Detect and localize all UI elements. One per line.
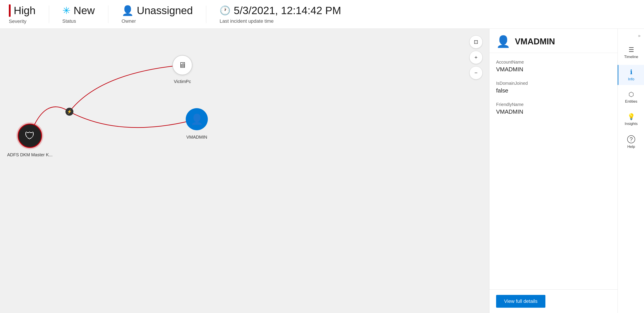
owner-sub: Owner (122, 18, 193, 24)
sidenav-timeline[interactable]: ☰ Timeline (618, 43, 644, 63)
owner-icon: 👤 (122, 5, 134, 16)
graph-area[interactable]: 🛡 ADFS DKM Master K... ⚡ 🖥 VictimPc 👤 VM… (0, 29, 489, 313)
collapse-button[interactable]: » (618, 33, 644, 38)
clock-icon: 🕐 (220, 5, 230, 16)
alert-node-label: ADFS DKM Master K... (7, 152, 52, 157)
info-field-1: IsDomainJoined false (496, 81, 611, 94)
info-label: Info (628, 77, 634, 81)
status-icon: ✳ (62, 5, 70, 16)
status-label: New (74, 4, 95, 16)
severity-item[interactable]: High Severity (9, 4, 36, 24)
main-layout: 🛡 ADFS DKM Master K... ⚡ 🖥 VictimPc 👤 VM… (0, 29, 644, 313)
info-label-0: AccountName (496, 60, 611, 65)
panel-content: AccountName VMADMIN IsDomainJoined false… (490, 53, 618, 289)
info-field-2: FriendlyName VMADMIN (496, 102, 611, 115)
header: High Severity ✳ New Status 👤 Unassigned … (0, 0, 644, 29)
time-label: 5/3/2021, 12:14:42 PM (234, 4, 341, 16)
info-icon: ℹ (630, 68, 632, 76)
side-nav: » ☰ Timeline ℹ Info ⬡ Entities 💡 Insight… (618, 29, 644, 313)
right-panel: 👤 VMADMIN AccountName VMADMIN IsDomainJo… (489, 29, 618, 313)
divider-2 (108, 5, 108, 23)
info-value-1: false (496, 87, 611, 94)
info-value-2: VMADMIN (496, 108, 611, 115)
panel-title: VMADMIN (515, 37, 555, 46)
timeline-icon: ☰ (628, 46, 634, 53)
help-label: Help (628, 145, 635, 149)
info-label-1: IsDomainJoined (496, 81, 611, 86)
severity-bar (9, 4, 10, 17)
vmadmin-graph-label: VMADMIN (186, 135, 207, 140)
panel-footer: View full details (490, 289, 618, 313)
panel-header-icon: 👤 (496, 35, 510, 48)
severity-label: High (14, 4, 36, 16)
owner-item[interactable]: 👤 Unassigned Owner (122, 4, 193, 24)
panel-header: 👤 VMADMIN (490, 29, 618, 53)
victimpc-label: VictimPc (174, 79, 191, 84)
sidenav-info[interactable]: ℹ Info (618, 65, 644, 85)
mid-node: ⚡ (66, 108, 74, 116)
severity-sub: Severity (9, 18, 36, 24)
status-item[interactable]: ✳ New Status (62, 4, 95, 24)
time-sub: Last incident update time (220, 18, 341, 24)
alert-node[interactable]: 🛡 (18, 124, 42, 148)
sidenav-help[interactable]: ? Help (618, 132, 644, 153)
insights-label: Insights (625, 122, 638, 126)
view-full-details-button[interactable]: View full details (496, 295, 546, 308)
graph-svg (0, 29, 489, 313)
info-value-0: VMADMIN (496, 66, 611, 73)
entities-icon: ⬡ (628, 91, 634, 98)
sidenav-entities[interactable]: ⬡ Entities (618, 87, 644, 107)
info-field-0: AccountName VMADMIN (496, 60, 611, 73)
divider-3 (206, 5, 206, 23)
fit-button[interactable]: ⊡ (469, 35, 482, 49)
owner-label: Unassigned (137, 4, 193, 16)
time-item: 🕐 5/3/2021, 12:14:42 PM Last incident up… (220, 4, 341, 24)
entities-label: Entities (625, 99, 637, 104)
victimpc-node[interactable]: 🖥 (172, 55, 192, 75)
divider-1 (49, 5, 49, 23)
info-label-2: FriendlyName (496, 102, 611, 107)
help-icon: ? (627, 135, 635, 143)
status-sub: Status (62, 18, 95, 24)
vmadmin-node[interactable]: 👤 (186, 108, 208, 130)
zoom-in-button[interactable]: + (469, 51, 482, 64)
graph-controls: ⊡ + − (469, 35, 482, 79)
sidenav-insights[interactable]: 💡 Insights (618, 110, 644, 130)
timeline-label: Timeline (624, 55, 638, 59)
insights-icon: 💡 (628, 113, 635, 120)
zoom-out-button[interactable]: − (469, 66, 482, 79)
collapse-icon: » (638, 33, 640, 38)
